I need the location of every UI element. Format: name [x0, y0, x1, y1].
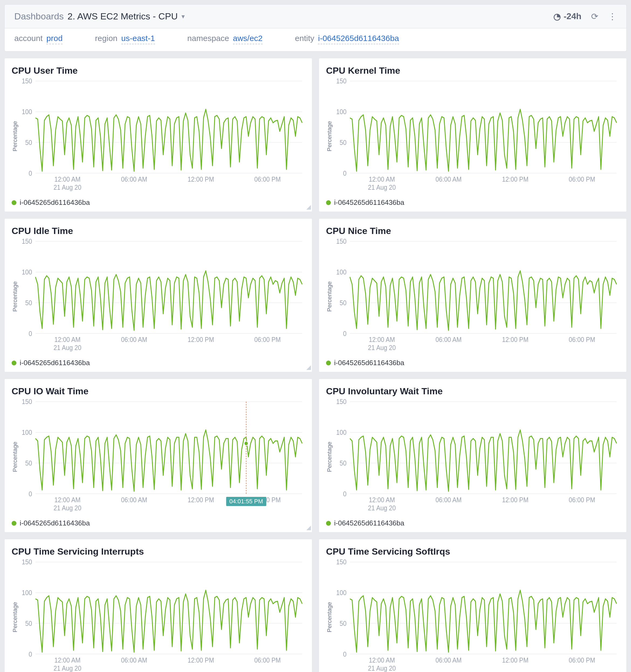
chart-legend[interactable]: i-0645265d6116436ba: [326, 515, 620, 527]
legend-swatch: [326, 521, 331, 526]
filter-entity[interactable]: entity i-0645265d6116436ba: [295, 34, 399, 44]
svg-text:150: 150: [22, 238, 32, 245]
svg-text:12:00 AM: 12:00 AM: [369, 496, 395, 504]
resize-handle-icon[interactable]: ◢: [306, 364, 311, 371]
chart-body[interactable]: Percentage05010015012:00 AM21 Aug 2006:0…: [326, 78, 620, 195]
chart-title: CPU Time Servicing SoftIrqs: [326, 546, 620, 557]
filter-account[interactable]: account prod: [14, 34, 62, 44]
svg-text:06:00 AM: 06:00 AM: [435, 175, 462, 183]
filter-value: us-east-1: [121, 34, 155, 44]
filter-label: namespace: [187, 34, 229, 43]
breadcrumb: Dashboards 2. AWS EC2 Metrics - CPU ▾: [14, 11, 185, 22]
chart-plot-area[interactable]: 05010015012:00 AM21 Aug 2006:00 AM12:00 …: [333, 399, 620, 515]
svg-text:12:00 PM: 12:00 PM: [502, 656, 529, 664]
filter-region[interactable]: region us-east-1: [95, 34, 155, 44]
hover-tooltip: 04:01:55 PM: [226, 497, 266, 506]
legend-label: i-0645265d6116436ba: [20, 359, 90, 367]
y-axis-label: Percentage: [11, 238, 19, 355]
svg-text:0: 0: [29, 650, 32, 658]
svg-text:06:00 AM: 06:00 AM: [121, 656, 147, 664]
svg-text:12:00 PM: 12:00 PM: [502, 336, 529, 343]
chart-plot-area[interactable]: 05010015012:00 AM21 Aug 2006:00 AM12:00 …: [19, 238, 305, 355]
filter-namespace[interactable]: namespace aws/ec2: [187, 34, 263, 44]
svg-text:0: 0: [29, 330, 32, 337]
svg-text:06:00 PM: 06:00 PM: [254, 336, 281, 343]
svg-text:0: 0: [343, 490, 347, 498]
svg-text:0: 0: [343, 330, 347, 337]
breadcrumb-current[interactable]: 2. AWS EC2 Metrics - CPU: [68, 11, 178, 22]
svg-text:06:00 AM: 06:00 AM: [435, 336, 462, 343]
svg-text:50: 50: [340, 459, 347, 467]
svg-text:12:00 AM: 12:00 AM: [369, 175, 395, 183]
chart-plot-area[interactable]: 04:01:55 PM05010015012:00 AM21 Aug 2006:…: [19, 399, 305, 515]
chart-legend[interactable]: i-0645265d6116436ba: [326, 195, 620, 207]
svg-text:12:00 PM: 12:00 PM: [502, 175, 529, 183]
chart-body[interactable]: Percentage05010015012:00 AM21 Aug 2006:0…: [11, 559, 305, 672]
filter-bar: account prod region us-east-1 namespace …: [4, 28, 627, 51]
chart-body[interactable]: Percentage05010015012:00 AM21 Aug 2006:0…: [326, 399, 620, 515]
series-line: [350, 271, 616, 331]
chart-body[interactable]: Percentage05010015012:00 AM21 Aug 2006:0…: [326, 238, 620, 355]
chart-legend[interactable]: i-0645265d6116436ba: [11, 515, 305, 527]
svg-text:06:00 PM: 06:00 PM: [569, 175, 595, 183]
chart-body[interactable]: Percentage04:01:55 PM05010015012:00 AM21…: [11, 399, 305, 515]
svg-text:50: 50: [25, 139, 32, 146]
svg-text:12:00 PM: 12:00 PM: [502, 496, 529, 504]
svg-text:100: 100: [336, 108, 347, 116]
chart-card: CPU Nice TimePercentage05010015012:00 AM…: [319, 218, 627, 372]
chart-plot-area[interactable]: 05010015012:00 AM21 Aug 2006:00 AM12:00 …: [19, 559, 305, 672]
legend-swatch: [11, 361, 17, 365]
chart-card: CPU Kernel TimePercentage05010015012:00 …: [319, 58, 627, 212]
chevron-down-icon[interactable]: ▾: [181, 13, 185, 20]
chart-legend[interactable]: i-0645265d6116436ba: [11, 355, 305, 367]
svg-text:150: 150: [336, 559, 347, 566]
svg-text:150: 150: [336, 238, 347, 245]
resize-handle-icon[interactable]: ◢: [306, 203, 311, 211]
series-line: [350, 109, 616, 171]
chart-body[interactable]: Percentage05010015012:00 AM21 Aug 2006:0…: [11, 78, 305, 195]
chart-title: CPU Involuntary Wait Time: [326, 386, 620, 397]
y-axis-label: Percentage: [11, 399, 19, 515]
svg-text:06:00 AM: 06:00 AM: [121, 336, 147, 343]
resize-handle-icon[interactable]: ◢: [306, 524, 311, 531]
chart-card: CPU Time Servicing InterruptsPercentage0…: [4, 539, 312, 672]
chart-title: CPU IO Wait Time: [11, 386, 305, 397]
clock-icon: ◔: [553, 11, 561, 22]
filter-label: region: [95, 34, 117, 43]
refresh-icon[interactable]: ⟳: [591, 11, 598, 22]
y-axis-label: Percentage: [11, 78, 19, 195]
legend-label: i-0645265d6116436ba: [334, 359, 404, 367]
svg-text:150: 150: [22, 399, 32, 406]
svg-text:50: 50: [340, 299, 347, 307]
chart-plot-area[interactable]: 05010015012:00 AM21 Aug 2006:00 AM12:00 …: [19, 78, 305, 195]
chart-plot-area[interactable]: 05010015012:00 AM21 Aug 2006:00 AM12:00 …: [333, 78, 620, 195]
legend-swatch: [326, 200, 331, 205]
chart-title: CPU Time Servicing Interrupts: [11, 546, 305, 557]
chart-body[interactable]: Percentage05010015012:00 AM21 Aug 2006:0…: [326, 559, 620, 672]
chart-body[interactable]: Percentage05010015012:00 AM21 Aug 2006:0…: [11, 238, 305, 355]
chart-card: CPU IO Wait TimePercentage04:01:55 PM050…: [4, 379, 312, 532]
y-axis-label: Percentage: [326, 559, 333, 672]
svg-text:0: 0: [343, 169, 347, 177]
legend-label: i-0645265d6116436ba: [334, 198, 404, 207]
chart-title: CPU User Time: [11, 65, 305, 76]
charts-grid: CPU User TimePercentage05010015012:00 AM…: [4, 58, 627, 672]
y-axis-label: Percentage: [326, 78, 333, 195]
svg-text:12:00 PM: 12:00 PM: [188, 336, 214, 343]
svg-text:0: 0: [343, 650, 347, 658]
time-range-text: -24h: [563, 11, 581, 21]
svg-text:06:00 PM: 06:00 PM: [569, 656, 595, 664]
chart-plot-area[interactable]: 05010015012:00 AM21 Aug 2006:00 AM12:00 …: [333, 238, 620, 355]
y-axis-label: Percentage: [326, 399, 333, 515]
svg-text:21 Aug 20: 21 Aug 20: [54, 504, 81, 512]
breadcrumb-root[interactable]: Dashboards: [14, 11, 64, 22]
chart-plot-area[interactable]: 05010015012:00 AM21 Aug 2006:00 AM12:00 …: [333, 559, 620, 672]
chart-legend[interactable]: i-0645265d6116436ba: [11, 195, 305, 207]
more-menu-icon[interactable]: ⋮: [608, 11, 617, 22]
svg-text:150: 150: [22, 559, 32, 566]
series-line: [35, 430, 302, 491]
chart-legend[interactable]: i-0645265d6116436ba: [326, 355, 620, 367]
filter-label: account: [14, 34, 43, 43]
chart-card: CPU Time Servicing SoftIrqsPercentage050…: [319, 539, 627, 672]
time-range-selector[interactable]: ◔ -24h: [553, 11, 581, 22]
